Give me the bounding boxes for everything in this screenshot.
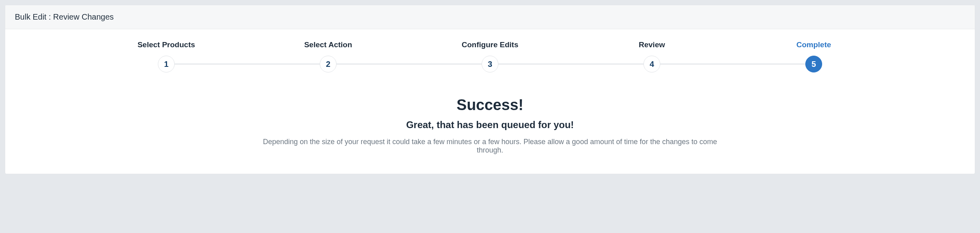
success-subtitle: Great, that has been queued for you! <box>21 119 959 131</box>
step-circle-row: 1 <box>85 56 247 72</box>
step-label: Configure Edits <box>462 40 518 49</box>
step-connector-right <box>660 63 733 65</box>
step-connector-left <box>733 63 805 65</box>
step-circle-row: 3 <box>409 56 571 72</box>
step-circle: 3 <box>482 56 498 72</box>
content-area: Success! Great, that has been queued for… <box>5 80 975 174</box>
step-label: Complete <box>797 40 831 49</box>
success-title: Success! <box>21 96 959 114</box>
step-circle-row: 5 <box>733 56 895 72</box>
step-connector-left <box>571 63 643 65</box>
step-label: Review <box>639 40 665 49</box>
step-connector-right <box>498 63 571 65</box>
step-circle: 5 <box>805 56 822 72</box>
stepper-container: Select Products1Select Action2Configure … <box>5 29 975 80</box>
step-circle-row: 4 <box>571 56 733 72</box>
step-connector-left <box>247 63 320 65</box>
card-header-title: Bulk Edit : Review Changes <box>15 12 965 22</box>
step-3: Configure Edits3 <box>409 40 571 72</box>
step-circle: 4 <box>643 56 660 72</box>
step-label: Select Products <box>137 40 195 49</box>
step-4: Review4 <box>571 40 733 72</box>
step-1: Select Products1 <box>85 40 247 72</box>
step-label: Select Action <box>304 40 352 49</box>
step-circle: 2 <box>320 56 337 72</box>
bulk-edit-card: Bulk Edit : Review Changes Select Produc… <box>5 5 975 174</box>
step-connector-left <box>409 63 482 65</box>
step-connector-right <box>175 63 247 65</box>
success-description: Depending on the size of your request it… <box>250 138 730 155</box>
step-connector-right <box>337 63 409 65</box>
step-circle-row: 2 <box>247 56 409 72</box>
step-2: Select Action2 <box>247 40 409 72</box>
card-header: Bulk Edit : Review Changes <box>5 5 975 29</box>
step-circle: 1 <box>158 56 175 72</box>
stepper: Select Products1Select Action2Configure … <box>85 40 895 72</box>
step-5: Complete5 <box>733 40 895 72</box>
